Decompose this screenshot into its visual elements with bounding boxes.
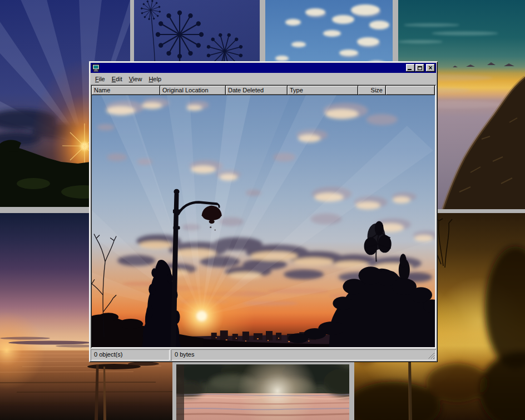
statusbar: 0 object(s) 0 bytes [91,349,436,360]
list-view[interactable]: Name Original Location Date Deleted Type… [91,85,436,348]
column-header-size[interactable]: Size [358,86,386,95]
desktop[interactable]: × File Edit View Help Name Original Loca… [0,0,525,420]
close-icon: × [428,65,432,71]
column-header-filler [386,86,435,95]
minimize-icon [408,69,412,70]
wallpaper-tile-water-reflection [176,364,349,420]
close-button[interactable]: × [426,64,435,72]
column-header-type[interactable]: Type [288,86,358,95]
menubar: File Edit View Help [91,73,436,85]
column-header-row: Name Original Location Date Deleted Type… [92,86,435,95]
menu-item-view[interactable]: View [126,75,146,83]
column-header-original-location[interactable]: Original Location [160,86,226,95]
menu-item-help[interactable]: Help [145,75,165,83]
maximize-button[interactable] [415,64,424,72]
sunset-streetlamp-photo [92,95,435,347]
menu-item-edit[interactable]: Edit [108,75,126,83]
column-header-date-deleted[interactable]: Date Deleted [226,86,288,95]
status-objects: 0 object(s) [91,349,170,360]
minimize-button[interactable] [406,64,415,72]
menu-item-file[interactable]: File [92,75,108,83]
titlebar[interactable]: × [91,63,436,73]
resize-grip[interactable] [428,352,435,359]
list-view-background[interactable] [92,95,435,347]
computer-icon[interactable] [92,63,101,72]
status-size: 0 bytes [171,349,436,360]
maximize-icon [418,66,422,70]
recycle-bin-window: × File Edit View Help Name Original Loca… [89,61,438,362]
column-header-name[interactable]: Name [92,86,160,95]
